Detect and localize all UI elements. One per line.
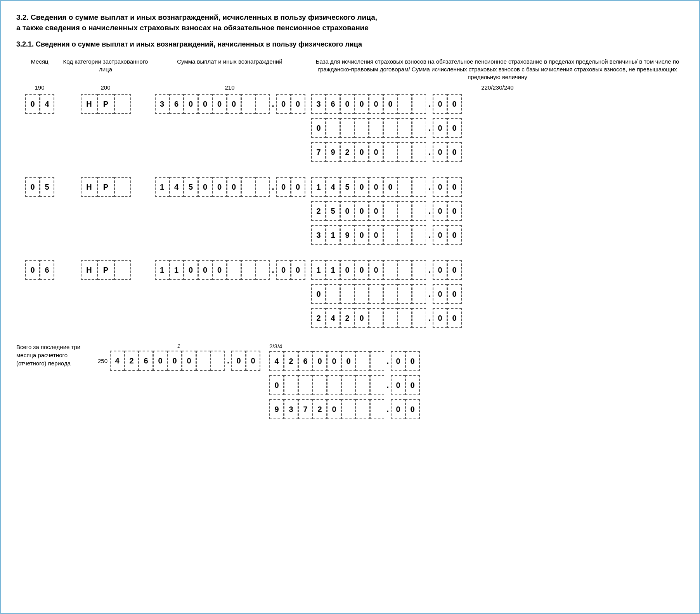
base-05-2-cell-5[interactable] <box>383 201 398 221</box>
total-sum-dec-1[interactable]: 0 <box>246 351 260 371</box>
total-base-3-cell-7[interactable] <box>370 399 385 419</box>
sum-05-cell-6[interactable] <box>241 177 256 197</box>
sum-06-cell-1[interactable]: 1 <box>169 260 184 280</box>
base-05-1-cell-0[interactable]: 1 <box>311 177 326 197</box>
base-06-3-cell-1[interactable]: 4 <box>326 308 340 328</box>
base-04-3-dec-1[interactable]: 0 <box>447 142 462 162</box>
base-04-1-cell-1[interactable]: 6 <box>326 94 340 114</box>
code-05-cell-1[interactable]: Р <box>97 177 114 197</box>
sum-04-dec-0[interactable]: 0 <box>276 94 291 114</box>
base-04-2-cell-5[interactable] <box>383 118 398 138</box>
total-sum-cell-5[interactable]: 0 <box>182 351 196 371</box>
total-sum-cell-1[interactable]: 2 <box>124 351 139 371</box>
base-04-3-dec-0[interactable]: 0 <box>433 142 447 162</box>
total-base-2-cell-5[interactable] <box>341 375 356 395</box>
sum-05-cell-5[interactable]: 0 <box>227 177 241 197</box>
month-05-cell-0[interactable]: 0 <box>25 177 40 197</box>
sum-04-cell-1[interactable]: 6 <box>169 94 184 114</box>
code-06-cell-0[interactable]: Н <box>81 260 98 280</box>
sum-05-cell-4[interactable]: 0 <box>212 177 227 197</box>
month-04-cell-0[interactable]: 0 <box>25 94 40 114</box>
total-sum-cell-3[interactable]: 0 <box>153 351 168 371</box>
total-sum-cell-0[interactable]: 4 <box>110 351 125 371</box>
sum-05-cell-2[interactable]: 5 <box>184 177 198 197</box>
base-05-1-cell-1[interactable]: 4 <box>326 177 340 197</box>
base-05-3-cell-4[interactable]: 0 <box>369 225 383 245</box>
total-sum-cell-2[interactable]: 6 <box>139 351 153 371</box>
base-05-1-cell-4[interactable]: 0 <box>369 177 383 197</box>
total-base-2-dec-1[interactable]: 0 <box>405 375 420 395</box>
base-04-2-cell-7[interactable] <box>412 118 426 138</box>
base-06-1-cell-7[interactable] <box>412 260 426 280</box>
code-05-cell-0[interactable]: Н <box>81 177 98 197</box>
base-06-1-cell-3[interactable]: 0 <box>354 260 369 280</box>
sum-04-cell-2[interactable]: 0 <box>184 94 198 114</box>
base-06-2-cell-1[interactable] <box>326 284 340 304</box>
base-05-2-cell-2[interactable]: 0 <box>340 201 355 221</box>
total-base-1-cell-1[interactable]: 2 <box>284 351 298 371</box>
base-05-1-cell-5[interactable]: 0 <box>383 177 398 197</box>
base-05-3-dec-0[interactable]: 0 <box>433 225 447 245</box>
base-04-3-cell-5[interactable] <box>383 142 398 162</box>
base-04-1-cell-3[interactable]: 0 <box>354 94 369 114</box>
base-04-3-cell-3[interactable]: 0 <box>354 142 369 162</box>
base-05-1-cell-7[interactable] <box>412 177 426 197</box>
base-05-3-cell-7[interactable] <box>412 225 426 245</box>
base-05-1-cell-2[interactable]: 5 <box>340 177 355 197</box>
base-04-1-cell-5[interactable]: 0 <box>383 94 398 114</box>
sum-04-dec-1[interactable]: 0 <box>291 94 305 114</box>
base-06-1-cell-5[interactable] <box>383 260 398 280</box>
total-base-1-cell-5[interactable]: 0 <box>341 351 356 371</box>
base-06-2-dec-1[interactable]: 0 <box>447 284 462 304</box>
base-05-1-cell-6[interactable] <box>397 177 412 197</box>
total-base-3-cell-2[interactable]: 7 <box>298 399 313 419</box>
month-05-cell-1[interactable]: 5 <box>40 177 54 197</box>
sum-04-cell-5[interactable]: 0 <box>227 94 241 114</box>
base-06-1-cell-1[interactable]: 1 <box>326 260 340 280</box>
code-05-cell-2[interactable] <box>114 177 131 197</box>
sum-04-cell-6[interactable] <box>241 94 256 114</box>
base-05-2-cell-1[interactable]: 5 <box>326 201 340 221</box>
base-05-1-dec-1[interactable]: 0 <box>447 177 462 197</box>
sum-06-cell-7[interactable] <box>255 260 270 280</box>
base-06-1-dec-1[interactable]: 0 <box>447 260 462 280</box>
total-base-2-cell-4[interactable] <box>327 375 341 395</box>
sum-06-cell-3[interactable]: 0 <box>198 260 213 280</box>
sum-04-cell-4[interactable]: 0 <box>212 94 227 114</box>
sum-04-cell-0[interactable]: 3 <box>155 94 170 114</box>
total-base-3-cell-5[interactable] <box>341 399 356 419</box>
base-04-2-cell-0[interactable]: 0 <box>311 118 326 138</box>
base-04-2-dec-0[interactable]: 0 <box>433 118 447 138</box>
base-06-1-cell-6[interactable] <box>397 260 412 280</box>
sum-05-dec-1[interactable]: 0 <box>291 177 305 197</box>
base-04-3-cell-6[interactable] <box>397 142 412 162</box>
base-04-2-cell-2[interactable] <box>340 118 355 138</box>
base-04-1-dec-0[interactable]: 0 <box>433 94 447 114</box>
base-06-2-cell-7[interactable] <box>412 284 426 304</box>
base-06-1-cell-0[interactable]: 1 <box>311 260 326 280</box>
base-04-3-cell-4[interactable]: 0 <box>369 142 383 162</box>
base-05-2-cell-0[interactable]: 2 <box>311 201 326 221</box>
total-base-1-cell-0[interactable]: 4 <box>269 351 284 371</box>
code-04-cell-0[interactable]: Н <box>81 94 98 114</box>
base-04-2-cell-4[interactable] <box>369 118 383 138</box>
total-base-2-cell-7[interactable] <box>370 375 385 395</box>
sum-06-dec-0[interactable]: 0 <box>276 260 291 280</box>
base-05-3-cell-6[interactable] <box>397 225 412 245</box>
base-05-2-cell-7[interactable] <box>412 201 426 221</box>
base-06-3-cell-2[interactable]: 2 <box>340 308 355 328</box>
base-06-3-cell-3[interactable]: 0 <box>354 308 369 328</box>
sum-04-cell-7[interactable] <box>255 94 270 114</box>
base-05-3-dec-1[interactable]: 0 <box>447 225 462 245</box>
base-06-2-cell-3[interactable] <box>354 284 369 304</box>
sum-05-cell-1[interactable]: 4 <box>169 177 184 197</box>
base-06-3-cell-7[interactable] <box>412 308 426 328</box>
total-base-3-cell-4[interactable]: 0 <box>327 399 341 419</box>
code-06-cell-2[interactable] <box>114 260 131 280</box>
base-06-2-cell-6[interactable] <box>397 284 412 304</box>
base-06-3-dec-0[interactable]: 0 <box>433 308 447 328</box>
total-base-3-dec-0[interactable]: 0 <box>391 399 405 419</box>
base-04-3-cell-7[interactable] <box>412 142 426 162</box>
base-06-2-cell-5[interactable] <box>383 284 398 304</box>
total-base-1-cell-2[interactable]: 6 <box>298 351 313 371</box>
